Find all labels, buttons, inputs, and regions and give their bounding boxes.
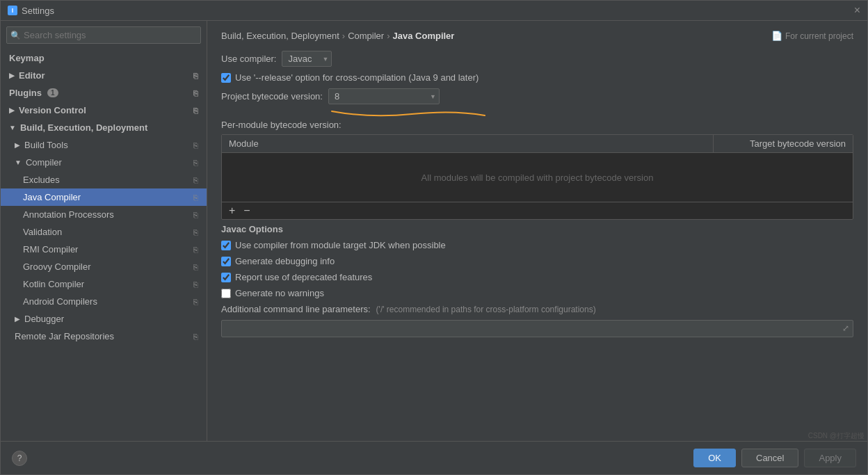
copy-icon: ⎘ bbox=[193, 228, 198, 236]
bytecode-select-wrapper: 8 9 10 11 17 bbox=[328, 88, 440, 104]
sidebar-item-debugger[interactable]: ▶ Debugger bbox=[1, 310, 207, 328]
javac-options-title: Javac Options bbox=[221, 224, 853, 234]
use-module-target-label: Use compiler from module target JDK when… bbox=[235, 240, 446, 250]
module-table-body: All modules will be compiled with projec… bbox=[222, 153, 853, 202]
module-table-empty-text: All modules will be compiled with projec… bbox=[421, 172, 654, 183]
bytecode-label: Project bytecode version: bbox=[221, 91, 323, 102]
breadcrumb-sep-2: › bbox=[387, 31, 389, 41]
remove-module-button[interactable]: − bbox=[242, 205, 251, 216]
sidebar-item-validation[interactable]: Validation ⎘ bbox=[1, 223, 207, 241]
copy-icon: ⎘ bbox=[193, 280, 198, 289]
expand-arrow-icon: ▼ bbox=[15, 159, 22, 166]
sidebar-item-build-exec[interactable]: ▼ Build, Execution, Deployment bbox=[1, 119, 207, 136]
per-module-label: Per-module bytecode version: bbox=[221, 120, 853, 130]
help-button[interactable]: ? bbox=[12, 451, 27, 466]
compiler-select-wrapper: Javac Eclipse Ajc bbox=[282, 51, 332, 67]
sidebar-item-remote-jar[interactable]: Remote Jar Repositories ⎘ bbox=[1, 328, 207, 345]
breadcrumb-part-2: Compiler bbox=[348, 31, 384, 41]
sidebar-item-rmi-compiler[interactable]: RMI Compiler ⎘ bbox=[1, 241, 207, 258]
copy-icon: ⎘ bbox=[193, 298, 198, 306]
cross-compile-checkbox[interactable] bbox=[221, 73, 231, 83]
sidebar-item-label: Build, Execution, Deployment bbox=[20, 122, 147, 133]
sidebar-item-groovy-compiler[interactable]: Groovy Compiler ⎘ bbox=[1, 258, 207, 275]
expand-icon: ⤢ bbox=[842, 323, 849, 333]
generate-debug-checkbox[interactable] bbox=[221, 257, 231, 266]
cancel-button[interactable]: Cancel bbox=[741, 449, 798, 467]
sidebar-item-android-compilers[interactable]: Android Compilers ⎘ bbox=[1, 293, 207, 310]
orange-curve-annotation bbox=[328, 106, 488, 118]
generate-debug-row: Generate debugging info bbox=[221, 256, 853, 266]
sidebar-item-plugins[interactable]: Plugins 1 ⎘ bbox=[1, 84, 207, 102]
cmd-params-input[interactable] bbox=[221, 320, 853, 337]
close-button[interactable]: × bbox=[854, 5, 860, 16]
sidebar-item-label: Annotation Processors bbox=[23, 209, 114, 220]
search-input[interactable] bbox=[6, 26, 201, 44]
sidebar-item-label: Version Control bbox=[19, 105, 86, 115]
use-module-target-checkbox[interactable] bbox=[221, 241, 231, 250]
add-module-button[interactable]: + bbox=[227, 205, 236, 216]
copy-icon: ⎘ bbox=[193, 211, 198, 219]
copy-icon: ⎘ bbox=[193, 263, 198, 271]
sidebar-item-label: Debugger bbox=[24, 314, 64, 324]
generate-no-warnings-row: Generate no warnings bbox=[221, 288, 853, 298]
sidebar-item-label: Editor bbox=[19, 70, 45, 81]
bytecode-select[interactable]: 8 9 10 11 17 bbox=[328, 88, 440, 104]
sidebar-item-compiler[interactable]: ▼ Compiler ⎘ bbox=[1, 154, 207, 171]
collapse-arrow-icon: ▶ bbox=[9, 72, 15, 79]
sidebar-item-editor[interactable]: ▶ Editor ⎘ bbox=[1, 67, 207, 84]
expand-arrow-icon: ▼ bbox=[9, 124, 16, 131]
sidebar-item-excludes[interactable]: Excludes ⎘ bbox=[1, 171, 207, 188]
sidebar-item-label: Android Compilers bbox=[23, 296, 97, 307]
sidebar-item-kotlin-compiler[interactable]: Kotlin Compiler ⎘ bbox=[1, 275, 207, 293]
search-icon: 🔍 bbox=[10, 31, 21, 40]
sidebar-item-java-compiler[interactable]: Java Compiler ⎘ bbox=[1, 188, 207, 206]
module-table-footer: + − bbox=[222, 202, 853, 219]
settings-dialog: I Settings × 🔍 Keymap ▶ Editor ⎘ Plugin bbox=[0, 0, 868, 475]
breadcrumb-path: Build, Execution, Deployment › Compiler … bbox=[221, 31, 454, 41]
copy-icon: ⎘ bbox=[193, 106, 198, 115]
cmd-input-wrapper: ⤢ bbox=[221, 319, 853, 337]
sidebar-item-build-tools[interactable]: ▶ Build Tools ⎘ bbox=[1, 136, 207, 154]
module-table-header: Module Target bytecode version bbox=[222, 135, 853, 153]
copy-icon: ⎘ bbox=[193, 193, 198, 202]
copy-icon: ⎘ bbox=[193, 141, 198, 150]
sidebar-item-label: Validation bbox=[23, 227, 62, 237]
report-deprecated-label: Report use of deprecated features bbox=[235, 272, 372, 282]
apply-button[interactable]: Apply bbox=[804, 449, 856, 467]
breadcrumb: Build, Execution, Deployment › Compiler … bbox=[221, 31, 853, 41]
compiler-select[interactable]: Javac Eclipse Ajc bbox=[282, 51, 332, 67]
col-module-header: Module bbox=[222, 135, 714, 152]
plugins-badge: 1 bbox=[47, 88, 58, 97]
sidebar-item-label: Compiler bbox=[26, 157, 62, 168]
for-project-label: For current project bbox=[785, 31, 853, 41]
module-table: Module Target bytecode version All modul… bbox=[221, 134, 853, 220]
sidebar-item-label: Kotlin Compiler bbox=[23, 279, 84, 289]
use-compiler-label: Use compiler: bbox=[221, 54, 276, 64]
watermark: CSDN @打字超慢 bbox=[808, 431, 865, 441]
right-panel: Build, Execution, Deployment › Compiler … bbox=[207, 21, 867, 441]
sidebar-item-label: Java Compiler bbox=[23, 192, 81, 202]
sidebar-item-keymap[interactable]: Keymap bbox=[1, 49, 207, 67]
sidebar-item-label: Excludes bbox=[23, 175, 60, 185]
for-project[interactable]: 📄 For current project bbox=[771, 31, 853, 41]
report-deprecated-checkbox[interactable] bbox=[221, 273, 231, 282]
sidebar-item-annotation-processors[interactable]: Annotation Processors ⎘ bbox=[1, 206, 207, 223]
generate-no-warnings-checkbox[interactable] bbox=[221, 289, 231, 298]
use-compiler-row: Use compiler: Javac Eclipse Ajc bbox=[221, 51, 853, 67]
breadcrumb-part-3: Java Compiler bbox=[393, 31, 455, 41]
sidebar-item-version-control[interactable]: ▶ Version Control ⎘ bbox=[1, 102, 207, 119]
copy-icon: ⎘ bbox=[193, 159, 198, 167]
sidebar-item-label: Groovy Compiler bbox=[23, 261, 91, 272]
cmd-params-row: Additional command line parameters: ('/'… bbox=[221, 304, 853, 314]
ok-button[interactable]: OK bbox=[693, 449, 736, 467]
sidebar-item-label: Keymap bbox=[9, 53, 45, 63]
bytecode-select-outer: 8 9 10 11 17 bbox=[328, 88, 440, 104]
cross-compile-row: Use '--release' option for cross-compila… bbox=[221, 72, 853, 83]
sidebar-item-label: RMI Compiler bbox=[23, 244, 78, 255]
generate-debug-label: Generate debugging info bbox=[235, 256, 335, 266]
copy-icon: ⎘ bbox=[193, 245, 198, 254]
search-box: 🔍 bbox=[6, 26, 201, 44]
bottom-bar: ? OK Cancel Apply bbox=[1, 441, 867, 474]
breadcrumb-part-1: Build, Execution, Deployment bbox=[221, 31, 339, 41]
sidebar-item-label: Remote Jar Repositories bbox=[15, 331, 114, 341]
